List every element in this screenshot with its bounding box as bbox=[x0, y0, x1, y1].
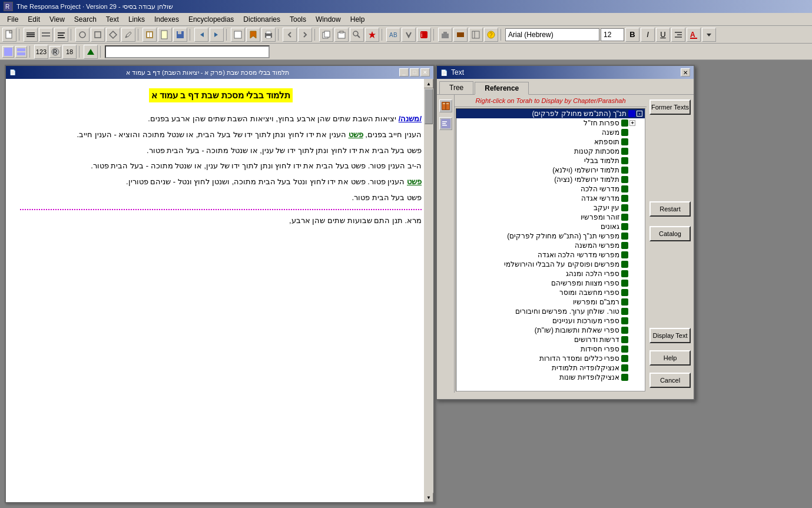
underline-btn[interactable]: U bbox=[656, 28, 670, 42]
tree-expand-1[interactable]: + bbox=[629, 120, 635, 126]
align-btn[interactable] bbox=[54, 28, 68, 42]
tree-item[interactable]: מפרשי תנ"ך (התנ"ש מחולק לפרקים) bbox=[456, 231, 645, 241]
tree-item[interactable]: ספרי שאלות ותשובות (שו"ת) bbox=[456, 326, 645, 335]
tree-item[interactable]: רמב"ם ומפרשיו bbox=[456, 297, 645, 307]
tree-item[interactable]: ספרי מצוות ומפרשיהם bbox=[456, 278, 645, 288]
tree-item[interactable]: אנציקלופדיה תלמודית bbox=[456, 363, 645, 373]
square-btn[interactable] bbox=[91, 28, 105, 42]
restart-button[interactable]: Restart bbox=[649, 201, 691, 217]
tool3-btn[interactable]: i bbox=[417, 28, 431, 42]
zoom-out-btn[interactable] bbox=[39, 28, 53, 42]
menu-edit[interactable]: Edit bbox=[23, 14, 45, 25]
zoom-in-btn[interactable] bbox=[24, 28, 38, 42]
help-button[interactable]: Help bbox=[649, 350, 691, 366]
copy-btn[interactable] bbox=[319, 28, 333, 42]
diamond-btn[interactable] bbox=[106, 28, 120, 42]
mishna-link[interactable]: /משנה/ bbox=[399, 114, 422, 123]
doc-btn[interactable] bbox=[158, 28, 172, 42]
num-btn3[interactable]: 18 bbox=[62, 45, 77, 59]
nav-btn[interactable] bbox=[84, 45, 98, 59]
search-tb-btn[interactable] bbox=[350, 28, 364, 42]
tree-item[interactable]: טור. שולחן ערוך. מפרשים וחיבורים bbox=[456, 307, 645, 316]
menu-view[interactable]: View bbox=[45, 14, 69, 25]
circle-btn[interactable] bbox=[75, 28, 90, 42]
tool1-btn[interactable]: AB bbox=[386, 28, 400, 42]
menu-encyclopedias[interactable]: Encyclopedias bbox=[184, 14, 238, 25]
dropdown-btn[interactable] bbox=[702, 28, 716, 42]
tree-item[interactable]: + ספרות חז"ל bbox=[456, 118, 645, 128]
menu-file[interactable]: File bbox=[2, 14, 23, 25]
menu-links[interactable]: Links bbox=[124, 14, 150, 25]
tree-item[interactable]: משנה bbox=[456, 128, 645, 137]
new-btn[interactable] bbox=[2, 28, 16, 42]
forward-btn[interactable] bbox=[210, 28, 224, 42]
tree-item[interactable]: מדרשי הלכה bbox=[456, 184, 645, 194]
book-btn[interactable] bbox=[142, 28, 157, 42]
doc-minimize-btn[interactable]: _ bbox=[399, 68, 409, 77]
paste-btn[interactable] bbox=[334, 28, 349, 42]
panel-book-icon[interactable] bbox=[439, 99, 452, 112]
cancel-button[interactable]: Cancel bbox=[649, 373, 691, 388]
doc-maximize-btn[interactable]: □ bbox=[410, 68, 419, 77]
bookmark-btn[interactable] bbox=[246, 28, 260, 42]
tab-tree[interactable]: Tree bbox=[439, 81, 473, 94]
tree-item[interactable]: תלמוד בבלי bbox=[456, 156, 645, 165]
view-btn1[interactable] bbox=[2, 46, 14, 58]
tree-item[interactable]: ספרי חסידות bbox=[456, 344, 645, 354]
menu-dictionaries[interactable]: Dictionaries bbox=[238, 14, 285, 25]
undo-btn[interactable] bbox=[283, 28, 297, 42]
pencil-btn[interactable] bbox=[121, 28, 135, 42]
font-size-input[interactable] bbox=[601, 28, 624, 41]
tree-item[interactable]: מפרשים ופוסקים על הבבלי והירושלמי bbox=[456, 260, 645, 269]
tree-item[interactable]: ספרי הלכה ומנהג bbox=[456, 269, 645, 278]
tool5-btn[interactable] bbox=[453, 28, 468, 42]
print-btn[interactable] bbox=[261, 28, 276, 42]
tree-item[interactable]: מפרשי המשנה bbox=[456, 241, 645, 250]
tree-item[interactable]: ספרי כללים ומסדר הדורות bbox=[456, 354, 645, 363]
menu-search[interactable]: Search bbox=[69, 14, 101, 25]
tree-item[interactable]: זוהר ומפרשיו bbox=[456, 213, 645, 222]
display-text-button[interactable]: Display Text bbox=[649, 328, 691, 343]
tree-item[interactable]: דרשות ודרושים bbox=[456, 335, 645, 344]
panel-search-icon[interactable] bbox=[439, 117, 452, 130]
menu-window[interactable]: Window bbox=[311, 14, 346, 25]
bold-btn[interactable]: B bbox=[625, 28, 639, 42]
catalog-button[interactable]: Catalog bbox=[649, 226, 691, 241]
tree-item[interactable]: תוספתא bbox=[456, 137, 645, 147]
tab-reference[interactable]: Reference bbox=[475, 82, 529, 95]
tool2-btn[interactable] bbox=[402, 28, 416, 42]
tool7-btn[interactable]: ? bbox=[484, 28, 498, 42]
tree-expand-0[interactable]: - bbox=[637, 111, 642, 117]
menu-text[interactable]: Text bbox=[101, 14, 124, 25]
tree-item[interactable]: ספרי מחשבה ומוסר bbox=[456, 288, 645, 297]
tree-item[interactable]: גאונים bbox=[456, 222, 645, 231]
tree-item[interactable]: אנציקלופדיות שונות bbox=[456, 373, 645, 382]
view-btn2[interactable] bbox=[15, 46, 27, 58]
menu-help[interactable]: Help bbox=[346, 14, 370, 25]
num-btn2[interactable]: R bbox=[49, 46, 61, 58]
tree-item[interactable]: תלמוד ירושלמי (וילנא) bbox=[456, 165, 645, 175]
save-btn[interactable] bbox=[173, 28, 187, 42]
font-selector[interactable] bbox=[505, 28, 599, 41]
back-btn[interactable] bbox=[194, 28, 208, 42]
tree-item[interactable]: מפרשי מדרשי הלכה ואגדה bbox=[456, 250, 645, 260]
tree-item[interactable]: מדרשי אגדה bbox=[456, 194, 645, 203]
dialog-close-btn[interactable]: ✕ bbox=[681, 68, 690, 77]
former-texts-button[interactable]: Former Texts bbox=[649, 99, 691, 115]
star-btn[interactable] bbox=[365, 28, 379, 42]
tool6-btn[interactable] bbox=[469, 28, 483, 42]
tree-container[interactable]: - תנ"ך (התנ"מש מחולק לפרקים) + ספרות חז"… bbox=[456, 108, 645, 391]
menu-tools[interactable]: Tools bbox=[285, 14, 311, 25]
redo-btn[interactable] bbox=[298, 28, 312, 42]
tree-item[interactable]: ספרי מעורכות ועניינים bbox=[456, 316, 645, 326]
italic-btn[interactable]: I bbox=[641, 28, 655, 42]
num-btn1[interactable]: 123 bbox=[34, 45, 48, 59]
menu-indexes[interactable]: Indexes bbox=[150, 14, 184, 25]
color-btn[interactable]: A bbox=[687, 28, 701, 42]
doc-close-btn[interactable]: ✕ bbox=[420, 68, 430, 77]
tree-item[interactable]: מסכתות קטנות bbox=[456, 147, 645, 156]
history-btn[interactable] bbox=[231, 28, 245, 42]
tree-item[interactable]: תלמוד ירושלמי (נציה) bbox=[456, 175, 645, 184]
tool4-btn[interactable] bbox=[438, 28, 452, 42]
tree-item[interactable]: עין יעקב bbox=[456, 203, 645, 213]
